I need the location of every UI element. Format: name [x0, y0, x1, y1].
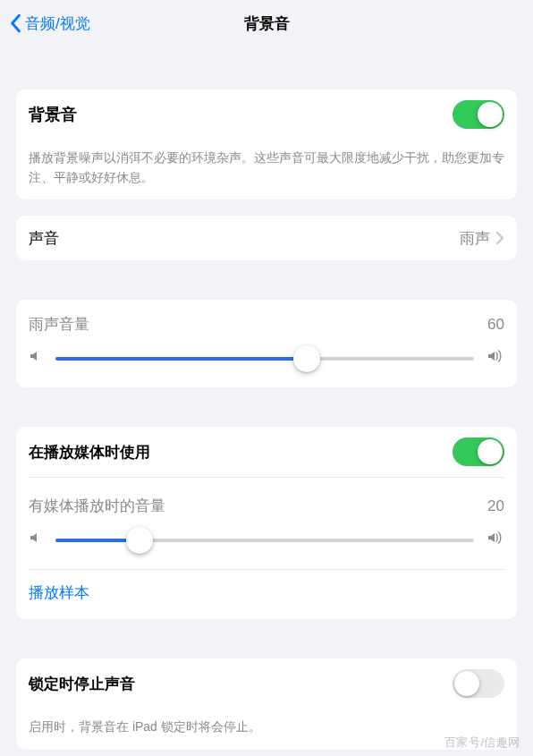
background-sound-toggle[interactable]	[453, 100, 504, 129]
chevron-left-icon	[9, 13, 21, 33]
sound-row[interactable]: 声音 雨声	[16, 216, 517, 260]
use-with-media-row: 在播放媒体时使用	[16, 427, 517, 477]
background-sound-group: 背景音 播放背景噪声以消弭不必要的环境杂声。这些声音可最大限度地减少干扰，助您更…	[16, 89, 517, 200]
slider-thumb[interactable]	[293, 345, 320, 372]
media-group: 在播放媒体时使用 有媒体播放时的音量 20 播放样本	[16, 427, 517, 619]
chevron-right-icon	[495, 231, 504, 245]
media-volume-slider[interactable]	[55, 539, 474, 542]
play-sample-label: 播放样本	[29, 584, 89, 601]
use-with-media-label: 在播放媒体时使用	[29, 442, 150, 463]
media-volume-value: 20	[487, 497, 504, 515]
volume-high-icon	[486, 531, 504, 549]
volume-low-icon	[29, 531, 43, 549]
volume-value: 60	[487, 316, 504, 334]
stop-on-lock-toggle[interactable]	[453, 669, 504, 698]
media-volume-slider-row	[16, 525, 517, 569]
volume-high-icon	[486, 349, 504, 368]
sound-selection-group: 声音 雨声	[16, 216, 517, 260]
volume-label: 雨声音量	[29, 314, 89, 335]
volume-slider[interactable]	[55, 357, 474, 361]
slider-thumb[interactable]	[126, 527, 153, 554]
watermark: 百家号/信趣网	[444, 735, 520, 751]
back-label: 音频/视觉	[25, 13, 90, 34]
sound-label: 声音	[29, 228, 59, 249]
background-sound-label: 背景音	[29, 104, 77, 125]
back-button[interactable]: 音频/视觉	[9, 13, 90, 34]
stop-on-lock-row: 锁定时停止声音	[16, 658, 517, 709]
page-title: 背景音	[244, 13, 290, 34]
play-sample-row[interactable]: 播放样本	[16, 570, 517, 619]
volume-slider-row	[16, 344, 517, 387]
stop-on-lock-label: 锁定时停止声音	[29, 674, 135, 694]
lock-group: 锁定时停止声音 启用时，背景音在 iPad 锁定时将会停止。	[16, 658, 517, 750]
background-sound-toggle-row: 背景音	[16, 89, 517, 140]
use-with-media-toggle[interactable]	[453, 437, 504, 466]
sound-value: 雨声	[460, 228, 490, 249]
volume-group: 雨声音量 60	[16, 300, 517, 387]
volume-low-icon	[29, 349, 43, 368]
background-sound-description: 播放背景噪声以消弭不必要的环境杂声。这些声音可最大限度地减少干扰，助您更加专注、…	[16, 140, 517, 200]
navigation-bar: 音频/视觉 背景音	[0, 0, 533, 47]
media-volume-header: 有媒体播放时的音量 20	[16, 478, 517, 525]
media-volume-label: 有媒体播放时的音量	[29, 496, 165, 516]
volume-header: 雨声音量 60	[16, 300, 517, 344]
stop-on-lock-description: 启用时，背景音在 iPad 锁定时将会停止。	[16, 709, 517, 750]
